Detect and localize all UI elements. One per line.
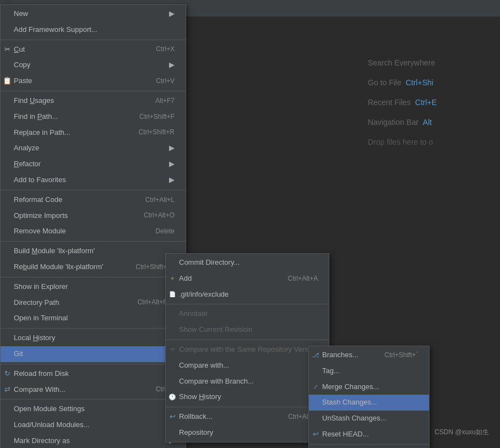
menu-arrow-new: ▶ xyxy=(153,8,175,20)
menu-item-analyze[interactable]: Analyze ▶ xyxy=(1,140,186,156)
hint-search-label: Search Everywhere xyxy=(368,55,435,70)
menu-item-build-module[interactable]: Build Module 'llx-platform' xyxy=(1,243,186,259)
drop-hint: Drop files here to o xyxy=(368,134,489,150)
menu-item-reload[interactable]: ↻ Reload from Disk xyxy=(1,366,186,382)
history-icon: 🕐 xyxy=(168,392,177,402)
menu-item-repository[interactable]: Repository ▶ xyxy=(166,425,329,441)
menu-item-cut-label: Cut xyxy=(14,44,25,56)
menu-item-find-usages-shortcut: Alt+F7 xyxy=(139,96,175,106)
menu-item-mark-dir[interactable]: Mark Directory as ▶ xyxy=(1,433,186,448)
menu-item-branches[interactable]: ⎇ Branches... Ctrl+Shift+` xyxy=(309,347,429,363)
watermark: CSDN @xuxu如生 xyxy=(434,428,489,437)
menu-item-compare-same-repo[interactable]: ⇄ Compare with the Same Repository Versi… xyxy=(166,342,329,358)
menu-item-git-label: Git xyxy=(14,348,23,360)
menu-item-add-framework[interactable]: Add Framework Support... xyxy=(1,22,186,38)
menu-item-cut[interactable]: ✂ Cut Ctrl+X xyxy=(1,42,186,58)
menu-item-compare-with2[interactable]: Compare with... xyxy=(166,358,329,374)
separator-1 xyxy=(1,40,186,40)
menu-item-build-module-label: Build Module 'llx-platform' xyxy=(14,245,95,257)
menu-item-remove-module-label: Remove Module xyxy=(14,226,66,237)
menu-item-branches-label: Branches... xyxy=(322,349,358,361)
menu-item-reformat-label: Reformat Code xyxy=(14,194,62,206)
menu-item-compare-with[interactable]: ⇄ Compare With... Ctrl+D xyxy=(1,382,186,398)
menu-item-optimize-label: Optimize Imports xyxy=(14,210,68,222)
hint-navbar-label: Navigation Bar xyxy=(368,114,419,130)
separator-6 xyxy=(1,328,186,329)
menu-item-refactor-label: Refactor xyxy=(14,159,41,170)
hint-recent-label: Recent Files xyxy=(368,95,411,110)
menu-item-reset-head[interactable]: ↩ Reset HEAD... xyxy=(309,427,429,442)
hint-goto-shortcut: Ctrl+Shi xyxy=(406,75,433,90)
menu-item-replace-in-path[interactable]: Replace in Path... Ctrl+Shift+R xyxy=(1,125,186,141)
menu-item-new-label: New xyxy=(14,8,28,20)
menu-item-branches-shortcut: Ctrl+Shift+` xyxy=(368,350,418,360)
menu-item-optimize[interactable]: Optimize Imports Ctrl+Alt+O xyxy=(1,208,186,224)
menu-item-annotate-label: Annotate xyxy=(179,308,208,320)
separator-8 xyxy=(1,399,186,400)
menu-item-show-explorer[interactable]: Show in Explorer xyxy=(1,279,186,295)
menu-item-paste-shortcut: Ctrl+V xyxy=(139,76,175,86)
menu-item-optimize-shortcut: Ctrl+Alt+O xyxy=(127,210,175,221)
menu-item-paste-label: Paste xyxy=(14,75,32,87)
menu-item-compare-with2-label: Compare with... xyxy=(179,360,229,371)
menu-item-module-settings[interactable]: Open Module Settings F4 xyxy=(1,401,186,417)
menu-item-add-to-fav[interactable]: Add to Favorites ▶ xyxy=(1,172,186,188)
menu-item-git[interactable]: Git ▶ xyxy=(1,346,186,362)
menu-item-load-unload-label: Load/Unload Modules... xyxy=(14,419,89,431)
gitinfo-icon: 📄 xyxy=(168,290,177,299)
menu-item-module-settings-label: Open Module Settings xyxy=(14,403,85,415)
menu-item-rebuild-module[interactable]: Rebuild Module 'llx-platform' Ctrl+Shift… xyxy=(1,259,186,275)
menu-item-reformat[interactable]: Reformat Code Ctrl+Alt+L xyxy=(1,192,186,208)
menu-item-show-history[interactable]: 🕐 Show History xyxy=(166,389,329,405)
menu-item-tag-label: Tag... xyxy=(322,365,340,377)
menu-item-find-usages[interactable]: Find Usages Alt+F7 xyxy=(1,93,186,109)
menu-arrow-refactor: ▶ xyxy=(153,159,175,170)
menu-item-remove-module-shortcut: Delete xyxy=(139,226,175,237)
separator-3 xyxy=(1,190,186,190)
context-menu-level3: ⎇ Branches... Ctrl+Shift+` Tag... ⤤ Merg… xyxy=(308,346,430,448)
menu-item-compare-branch-label: Compare with Branch... xyxy=(179,376,254,387)
context-menu-level1: New ▶ Add Framework Support... ✂ Cut Ctr… xyxy=(0,4,186,448)
menu-item-copy[interactable]: Copy ▶ xyxy=(1,57,186,73)
menu-item-unstash-changes-label: UnStash Changes... xyxy=(322,413,386,424)
menu-item-merge-changes-label: Merge Changes... xyxy=(322,381,379,393)
separator-7 xyxy=(1,364,186,364)
menu-item-new[interactable]: New ▶ xyxy=(1,6,186,22)
menu-item-remove-module[interactable]: Remove Module Delete xyxy=(1,223,186,239)
context-menu-level2: Commit Directory... + Add Ctrl+Alt+A 📄 .… xyxy=(165,253,329,442)
menu-item-show-current-rev[interactable]: Show Current Revision xyxy=(166,322,329,338)
menu-item-add[interactable]: + Add Ctrl+Alt+A xyxy=(166,271,329,287)
menu-item-find-in-path-label: Find in Path... xyxy=(14,111,58,123)
menu-item-add-label: Add xyxy=(179,273,192,285)
menu-item-replace-in-path-shortcut: Ctrl+Shift+R xyxy=(122,127,175,138)
menu-item-show-history-label: Show History xyxy=(179,391,221,403)
menu-item-paste[interactable]: 📋 Paste Ctrl+V xyxy=(1,73,186,89)
menu-arrow-add-to-fav: ▶ xyxy=(153,174,175,186)
compare-icon: ⇄ xyxy=(3,384,12,396)
menu-item-commit-dir[interactable]: Commit Directory... xyxy=(166,255,329,271)
menu-item-gitinfo[interactable]: 📄 .git/info/exclude xyxy=(166,287,329,303)
menu-item-local-history[interactable]: Local History ▶ xyxy=(1,330,186,346)
menu-item-reset-head-label: Reset HEAD... xyxy=(322,429,369,440)
menu-item-dir-path-label: Directory Path xyxy=(14,297,59,309)
menu-item-show-explorer-label: Show in Explorer xyxy=(14,281,68,293)
menu-item-merge-changes[interactable]: ⤤ Merge Changes... xyxy=(309,379,429,395)
compare-same-icon: ⇄ xyxy=(168,345,177,354)
reload-icon: ↻ xyxy=(3,368,12,380)
menu-item-find-in-path-shortcut: Ctrl+Shift+F xyxy=(123,112,175,122)
menu-item-open-terminal-label: Open in Terminal xyxy=(14,313,68,324)
menu-item-refactor[interactable]: Refactor ▶ xyxy=(1,156,186,172)
menu-item-dir-path[interactable]: Directory Path Ctrl+Alt+F12 xyxy=(1,295,186,311)
menu-item-tag[interactable]: Tag... xyxy=(309,363,429,379)
menu-item-local-history-label: Local History xyxy=(14,332,55,344)
menu-item-rollback[interactable]: ↩ Rollback... Ctrl+Alt+Z xyxy=(166,409,329,425)
menu-item-open-terminal[interactable]: Open in Terminal xyxy=(1,310,186,326)
menu-item-stash-changes[interactable]: Stash Changes... xyxy=(309,395,429,411)
menu-item-repository-label: Repository xyxy=(179,427,213,439)
menu-item-unstash-changes[interactable]: UnStash Changes... xyxy=(309,411,429,427)
hint-recent: Recent Files Ctrl+E xyxy=(368,95,489,110)
menu-item-load-unload[interactable]: Load/Unload Modules... xyxy=(1,417,186,433)
menu-item-compare-branch[interactable]: Compare with Branch... xyxy=(166,374,329,390)
menu-item-annotate[interactable]: Annotate xyxy=(166,306,329,322)
menu-item-find-in-path[interactable]: Find in Path... Ctrl+Shift+F xyxy=(1,109,186,125)
